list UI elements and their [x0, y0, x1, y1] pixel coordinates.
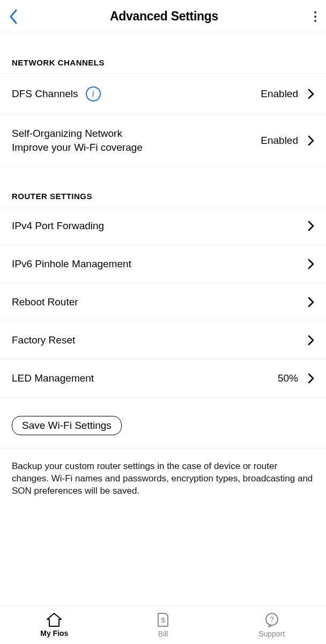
overflow-menu-button[interactable]: [298, 11, 320, 22]
row-value: Enabled: [261, 135, 298, 147]
page-title: Advanced Settings: [30, 9, 298, 24]
nav-bill[interactable]: $ Bill: [109, 606, 218, 644]
nav-label: Support: [258, 630, 285, 638]
bottom-nav: My Fios $ Bill ? Support: [0, 605, 326, 644]
info-icon[interactable]: i: [86, 86, 101, 101]
row-label: IPv4 Port Forwading: [12, 220, 104, 232]
row-factory-reset[interactable]: Factory Reset: [0, 321, 326, 360]
row-value: Enabled: [261, 88, 298, 100]
bill-icon: $: [157, 612, 169, 627]
backup-description: Backup your custom router settings in th…: [0, 449, 326, 514]
chevron-right-icon: [308, 135, 314, 146]
row-label: Self-Organizing Network: [12, 128, 122, 139]
row-label: Reboot Router: [12, 296, 78, 308]
svg-text:?: ?: [270, 615, 274, 624]
row-ipv4-port-forwarding[interactable]: IPv4 Port Forwading: [0, 207, 326, 245]
support-icon: ?: [264, 612, 279, 627]
row-ipv6-pinhole-management[interactable]: IPv6 Pinhole Management: [0, 245, 326, 283]
chevron-right-icon: [308, 335, 314, 346]
home-icon: [46, 613, 62, 627]
nav-support[interactable]: ? Support: [217, 606, 326, 644]
nav-label: Bill: [158, 630, 168, 638]
back-button[interactable]: [9, 9, 30, 25]
chevron-right-icon: [308, 297, 314, 308]
row-self-organizing-network[interactable]: Self-Organizing Network Improve your Wi-…: [0, 114, 326, 167]
more-vertical-icon: [314, 11, 320, 22]
row-label: IPv6 Pinhole Management: [12, 258, 131, 270]
row-label: Factory Reset: [12, 334, 75, 346]
row-label: DFS Channels: [12, 88, 78, 100]
row-dfs-channels[interactable]: DFS Channels i Enabled: [0, 73, 326, 115]
row-led-management[interactable]: LED Management 50%: [0, 359, 326, 398]
section-title-network: NETWORK CHANNELS: [0, 33, 326, 74]
content: NETWORK CHANNELS DFS Channels i Enabled …: [0, 33, 326, 605]
row-reboot-router[interactable]: Reboot Router: [0, 283, 326, 321]
nav-my-fios[interactable]: My Fios: [0, 606, 109, 644]
row-sublabel: Improve your Wi-Fi coverage: [12, 142, 143, 153]
chevron-right-icon: [308, 221, 314, 231]
chevron-right-icon: [308, 373, 314, 384]
svg-text:$: $: [161, 616, 165, 624]
section-title-router: ROUTER SETTINGS: [0, 167, 326, 207]
chevron-left-icon: [9, 9, 18, 25]
row-value: 50%: [278, 372, 298, 384]
row-label: LED Management: [12, 372, 94, 384]
nav-label: My Fios: [40, 629, 68, 638]
save-wifi-settings-button[interactable]: Save Wi-Fi Settings: [12, 416, 122, 435]
chevron-right-icon: [308, 259, 314, 269]
header: Advanced Settings: [0, 0, 326, 33]
chevron-right-icon: [308, 89, 314, 99]
